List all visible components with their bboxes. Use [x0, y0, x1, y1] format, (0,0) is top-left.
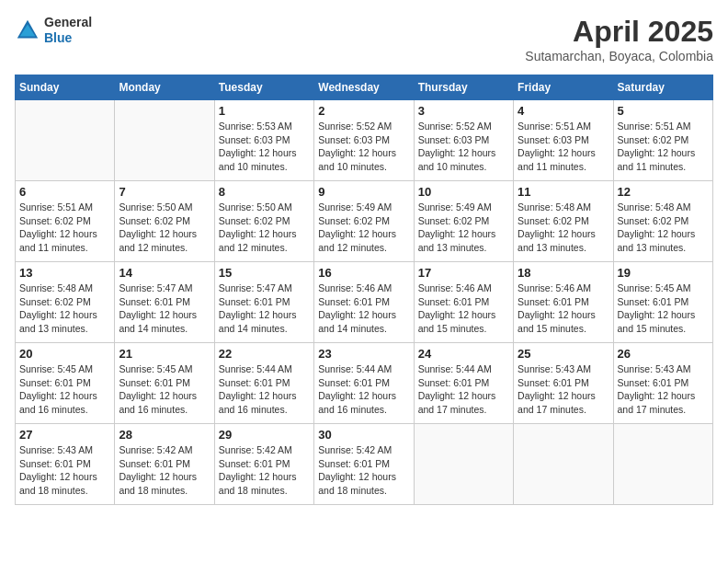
calendar-cell: 16Sunrise: 5:46 AM Sunset: 6:01 PM Dayli… [314, 262, 414, 343]
day-number: 13 [19, 266, 110, 280]
calendar-cell: 25Sunrise: 5:43 AM Sunset: 6:01 PM Dayli… [514, 343, 613, 424]
day-info: Sunrise: 5:48 AM Sunset: 6:02 PM Dayligh… [518, 201, 609, 255]
day-info: Sunrise: 5:44 AM Sunset: 6:01 PM Dayligh… [418, 362, 509, 417]
calendar-cell: 13Sunrise: 5:48 AM Sunset: 6:02 PM Dayli… [16, 262, 115, 343]
day-info: Sunrise: 5:42 AM Sunset: 6:01 PM Dayligh… [119, 443, 210, 498]
calendar-cell: 24Sunrise: 5:44 AM Sunset: 6:01 PM Dayli… [414, 343, 513, 424]
day-number: 9 [318, 185, 409, 199]
day-info: Sunrise: 5:49 AM Sunset: 6:02 PM Dayligh… [418, 201, 509, 255]
day-info: Sunrise: 5:51 AM Sunset: 6:02 PM Dayligh… [618, 120, 709, 174]
calendar-week-row: 6Sunrise: 5:51 AM Sunset: 6:02 PM Daylig… [16, 181, 713, 262]
day-info: Sunrise: 5:51 AM Sunset: 6:02 PM Dayligh… [19, 201, 110, 255]
day-info: Sunrise: 5:52 AM Sunset: 6:03 PM Dayligh… [418, 120, 509, 174]
day-number: 4 [518, 104, 609, 118]
calendar-cell [514, 424, 613, 505]
calendar-cell: 27Sunrise: 5:43 AM Sunset: 6:01 PM Dayli… [16, 424, 115, 505]
day-number: 26 [618, 347, 709, 361]
calendar-cell: 2Sunrise: 5:52 AM Sunset: 6:03 PM Daylig… [314, 100, 414, 181]
page-title: April 2025 [525, 15, 713, 49]
day-number: 28 [119, 428, 210, 442]
day-info: Sunrise: 5:45 AM Sunset: 6:01 PM Dayligh… [119, 362, 210, 417]
calendar-cell: 6Sunrise: 5:51 AM Sunset: 6:02 PM Daylig… [16, 181, 115, 262]
calendar-cell [115, 100, 214, 181]
day-info: Sunrise: 5:50 AM Sunset: 6:02 PM Dayligh… [219, 201, 310, 255]
day-number: 15 [219, 266, 310, 280]
calendar-day-header: Saturday [613, 75, 712, 100]
calendar-cell: 28Sunrise: 5:42 AM Sunset: 6:01 PM Dayli… [115, 424, 214, 505]
calendar-day-header: Thursday [414, 75, 513, 100]
day-info: Sunrise: 5:49 AM Sunset: 6:02 PM Dayligh… [318, 201, 409, 255]
day-number: 23 [318, 347, 409, 361]
day-info: Sunrise: 5:45 AM Sunset: 6:01 PM Dayligh… [618, 282, 709, 336]
day-info: Sunrise: 5:47 AM Sunset: 6:01 PM Dayligh… [219, 282, 310, 336]
calendar-week-row: 1Sunrise: 5:53 AM Sunset: 6:03 PM Daylig… [16, 100, 713, 181]
day-number: 19 [618, 266, 709, 280]
day-number: 1 [219, 104, 310, 118]
calendar-cell: 22Sunrise: 5:44 AM Sunset: 6:01 PM Dayli… [214, 343, 313, 424]
calendar-cell: 29Sunrise: 5:42 AM Sunset: 6:01 PM Dayli… [214, 424, 313, 505]
calendar-cell: 26Sunrise: 5:43 AM Sunset: 6:01 PM Dayli… [613, 343, 712, 424]
day-number: 16 [318, 266, 409, 280]
day-info: Sunrise: 5:43 AM Sunset: 6:01 PM Dayligh… [19, 443, 110, 498]
day-number: 18 [518, 266, 609, 280]
calendar-table: SundayMondayTuesdayWednesdayThursdayFrid… [15, 75, 713, 505]
day-info: Sunrise: 5:48 AM Sunset: 6:02 PM Dayligh… [618, 201, 709, 255]
day-number: 30 [318, 428, 409, 442]
day-number: 10 [418, 185, 509, 199]
calendar-cell [613, 424, 712, 505]
calendar-cell [16, 100, 115, 181]
day-info: Sunrise: 5:44 AM Sunset: 6:01 PM Dayligh… [219, 362, 310, 417]
day-info: Sunrise: 5:42 AM Sunset: 6:01 PM Dayligh… [318, 443, 409, 498]
day-number: 29 [219, 428, 310, 442]
calendar-day-header: Wednesday [314, 75, 414, 100]
day-number: 14 [119, 266, 210, 280]
day-number: 6 [19, 185, 110, 199]
day-info: Sunrise: 5:46 AM Sunset: 6:01 PM Dayligh… [418, 282, 509, 336]
logo: General Blue [15, 15, 92, 46]
calendar-day-header: Friday [514, 75, 613, 100]
calendar-cell: 18Sunrise: 5:46 AM Sunset: 6:01 PM Dayli… [514, 262, 613, 343]
day-number: 24 [418, 347, 509, 361]
day-info: Sunrise: 5:47 AM Sunset: 6:01 PM Dayligh… [119, 282, 210, 336]
calendar-day-header: Monday [115, 75, 214, 100]
logo-blue: Blue [44, 30, 92, 46]
day-number: 21 [119, 347, 210, 361]
day-info: Sunrise: 5:43 AM Sunset: 6:01 PM Dayligh… [618, 362, 709, 417]
calendar-cell: 12Sunrise: 5:48 AM Sunset: 6:02 PM Dayli… [613, 181, 712, 262]
day-number: 2 [318, 104, 409, 118]
calendar-cell: 17Sunrise: 5:46 AM Sunset: 6:01 PM Dayli… [414, 262, 513, 343]
day-number: 5 [618, 104, 709, 118]
day-info: Sunrise: 5:52 AM Sunset: 6:03 PM Dayligh… [318, 120, 409, 174]
calendar-header-row: SundayMondayTuesdayWednesdayThursdayFrid… [16, 75, 713, 100]
calendar-cell: 11Sunrise: 5:48 AM Sunset: 6:02 PM Dayli… [514, 181, 613, 262]
calendar-week-row: 13Sunrise: 5:48 AM Sunset: 6:02 PM Dayli… [16, 262, 713, 343]
page-subtitle: Sutamarchan, Boyaca, Colombia [525, 49, 713, 63]
day-info: Sunrise: 5:46 AM Sunset: 6:01 PM Dayligh… [518, 282, 609, 336]
logo-text: General Blue [44, 15, 92, 46]
calendar-cell: 7Sunrise: 5:50 AM Sunset: 6:02 PM Daylig… [115, 181, 214, 262]
calendar-body: 1Sunrise: 5:53 AM Sunset: 6:03 PM Daylig… [16, 100, 713, 505]
calendar-cell: 20Sunrise: 5:45 AM Sunset: 6:01 PM Dayli… [16, 343, 115, 424]
day-number: 12 [618, 185, 709, 199]
day-info: Sunrise: 5:42 AM Sunset: 6:01 PM Dayligh… [219, 443, 310, 498]
calendar-cell: 23Sunrise: 5:44 AM Sunset: 6:01 PM Dayli… [314, 343, 414, 424]
day-number: 22 [219, 347, 310, 361]
day-info: Sunrise: 5:45 AM Sunset: 6:01 PM Dayligh… [19, 362, 110, 417]
calendar-cell: 19Sunrise: 5:45 AM Sunset: 6:01 PM Dayli… [613, 262, 712, 343]
calendar-cell: 14Sunrise: 5:47 AM Sunset: 6:01 PM Dayli… [115, 262, 214, 343]
day-number: 25 [518, 347, 609, 361]
day-number: 17 [418, 266, 509, 280]
day-info: Sunrise: 5:53 AM Sunset: 6:03 PM Dayligh… [219, 120, 310, 174]
page-header: General Blue April 2025 Sutamarchan, Boy… [15, 15, 713, 63]
day-info: Sunrise: 5:48 AM Sunset: 6:02 PM Dayligh… [19, 282, 110, 336]
calendar-cell: 9Sunrise: 5:49 AM Sunset: 6:02 PM Daylig… [314, 181, 414, 262]
calendar-cell: 4Sunrise: 5:51 AM Sunset: 6:03 PM Daylig… [514, 100, 613, 181]
calendar-week-row: 27Sunrise: 5:43 AM Sunset: 6:01 PM Dayli… [16, 424, 713, 505]
day-number: 7 [119, 185, 210, 199]
calendar-day-header: Tuesday [214, 75, 313, 100]
calendar-week-row: 20Sunrise: 5:45 AM Sunset: 6:01 PM Dayli… [16, 343, 713, 424]
calendar-cell: 1Sunrise: 5:53 AM Sunset: 6:03 PM Daylig… [214, 100, 313, 181]
calendar-cell: 5Sunrise: 5:51 AM Sunset: 6:02 PM Daylig… [613, 100, 712, 181]
logo-icon [15, 17, 40, 43]
day-info: Sunrise: 5:46 AM Sunset: 6:01 PM Dayligh… [318, 282, 409, 336]
